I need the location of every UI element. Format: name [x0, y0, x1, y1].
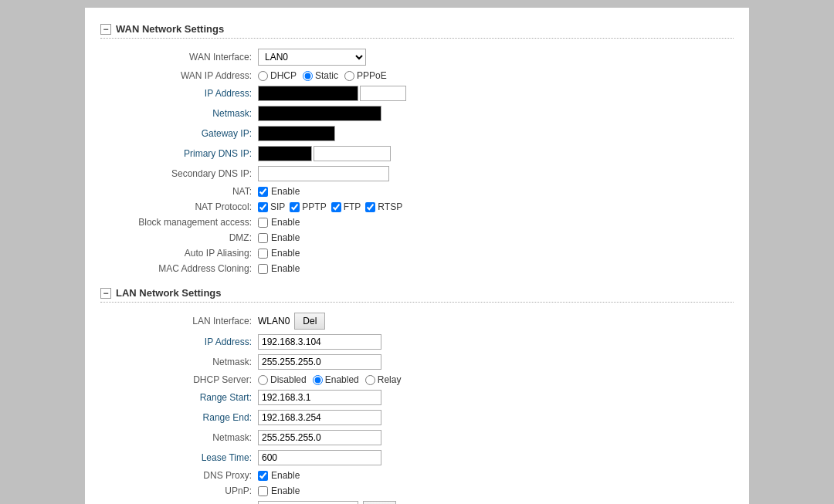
lan-add-select[interactable]: [258, 501, 358, 504]
lan-netmask-cell: [255, 352, 734, 372]
wan-interface-select[interactable]: LAN0 LAN1 WAN0: [258, 49, 366, 66]
wan-form-table: WAN Interface: LAN0 LAN1 WAN0 WAN IP Add…: [100, 46, 734, 276]
lan-add-cell: Add: [255, 499, 734, 504]
nat-rtsp-label[interactable]: RTSP: [365, 201, 402, 212]
wan-secondary-dns-field[interactable]: [258, 166, 389, 181]
lan-collapse-icon[interactable]: −: [100, 288, 111, 299]
lan-range-end-field[interactable]: [258, 410, 381, 425]
wan-section-title: WAN Network Settings: [116, 23, 224, 35]
wan-dhcp-radio[interactable]: [258, 71, 268, 81]
wan-pppoe-radio[interactable]: [344, 71, 354, 81]
wan-auto-ip-row: Auto IP Aliasing: Enable: [100, 245, 734, 261]
wan-dhcp-label[interactable]: DHCP: [258, 70, 297, 81]
wan-dns-field1[interactable]: [258, 146, 312, 161]
wan-auto-ip-label: Auto IP Aliasing:: [100, 245, 255, 261]
wan-nat-protocols: SIP PPTP FTP RTSP: [258, 201, 731, 212]
lan-interface-group: WLAN0 Del: [258, 313, 731, 330]
wan-block-mgmt-label: Block management access:: [100, 215, 255, 230]
lan-section-title: LAN Network Settings: [116, 287, 222, 299]
wan-auto-ip-checkbox[interactable]: [258, 249, 268, 259]
wan-ip-type-row: WAN IP Address: DHCP Static PPPoE: [100, 68, 734, 83]
lan-netmask-row: Netmask:: [100, 352, 734, 372]
wan-secondary-dns-label: Secondary DNS IP:: [100, 164, 255, 184]
wan-mac-cloning-group: Enable: [258, 263, 731, 274]
lan-ip-row: IP Address:: [100, 332, 734, 352]
wan-block-mgmt-checkbox[interactable]: [258, 218, 268, 228]
lan-upnp-label: UPnP:: [100, 483, 255, 499]
wan-nat-cell: Enable: [255, 184, 734, 199]
nat-ftp-label[interactable]: FTP: [331, 201, 361, 212]
wan-netmask-field[interactable]: [258, 106, 381, 121]
lan-dhcp-cell: Disabled Enabled Relay: [255, 372, 734, 387]
wan-ip-field1[interactable]: [258, 86, 358, 101]
lan-dhcp-disabled-label[interactable]: Disabled: [258, 374, 307, 385]
wan-mac-cloning-row: MAC Address Cloning: Enable: [100, 261, 734, 276]
wan-addr-label: IP Address:: [100, 83, 255, 103]
lan-del-button[interactable]: Del: [294, 313, 325, 330]
lan-dhcp-relay-radio[interactable]: [365, 375, 375, 385]
lan-dns-proxy-checkbox[interactable]: [258, 471, 268, 481]
lan-ip-cell: [255, 332, 734, 352]
lan-netmask-label: Netmask:: [100, 352, 255, 372]
wan-ip-radio-group: DHCP Static PPPoE: [258, 70, 731, 81]
lan-dns-proxy-cell: Enable: [255, 468, 734, 483]
wan-addr-row: IP Address:: [100, 83, 734, 103]
wan-dmz-checkbox[interactable]: [258, 233, 268, 243]
wan-gateway-field[interactable]: [258, 126, 335, 141]
wan-ip-field2[interactable]: [360, 86, 406, 101]
lan-ip-field[interactable]: [258, 334, 381, 350]
lan-range-end-cell: [255, 408, 734, 428]
wan-nat-checkbox-group: Enable: [258, 186, 731, 197]
wan-section-header: − WAN Network Settings: [100, 23, 734, 39]
wan-dmz-row: DMZ: Enable: [100, 230, 734, 245]
lan-dns-proxy-group: Enable: [258, 470, 731, 481]
wan-block-mgmt-cell: Enable: [255, 215, 734, 230]
lan-dhcp-enabled-radio[interactable]: [313, 375, 323, 385]
lan-section-header: − LAN Network Settings: [100, 287, 734, 303]
wan-nat-row: NAT: Enable: [100, 184, 734, 199]
lan-form-table: LAN Interface: WLAN0 Del IP Address: Net…: [100, 310, 734, 504]
wan-mac-cloning-enable: Enable: [271, 263, 300, 274]
lan-dhcp-disabled-radio[interactable]: [258, 375, 268, 385]
nat-pptp-checkbox[interactable]: [290, 202, 300, 212]
lan-lease-field[interactable]: [258, 450, 381, 465]
wan-mac-cloning-checkbox[interactable]: [258, 264, 268, 274]
wan-dns-field2[interactable]: [314, 146, 391, 161]
wan-nat-checkbox[interactable]: [258, 187, 268, 197]
lan-dhcp-relay-label[interactable]: Relay: [365, 374, 402, 385]
nat-sip-label[interactable]: SIP: [258, 201, 285, 212]
lan-range-netmask-row: Netmask:: [100, 428, 734, 448]
lan-upnp-cell: Enable: [255, 483, 734, 499]
lan-dhcp-enabled-label[interactable]: Enabled: [313, 374, 359, 385]
wan-nat-protocol-label: NAT Protocol:: [100, 199, 255, 215]
lan-dhcp-radio-group: Disabled Enabled Relay: [258, 374, 731, 385]
nat-rtsp-checkbox[interactable]: [365, 202, 375, 212]
lan-interface-value: WLAN0: [258, 316, 290, 326]
wan-interface-label: WAN Interface:: [100, 46, 255, 68]
wan-netmask-row: Netmask:: [100, 103, 734, 123]
nat-sip-checkbox[interactable]: [258, 202, 268, 212]
lan-netmask-field[interactable]: [258, 354, 381, 370]
nat-pptp-label[interactable]: PPTP: [290, 201, 326, 212]
wan-static-label[interactable]: Static: [303, 70, 338, 81]
lan-add-row: Add LAN: Add: [100, 499, 734, 504]
lan-range-start-cell: [255, 387, 734, 408]
lan-interface-row: LAN Interface: WLAN0 Del: [100, 310, 734, 332]
wan-gateway-cell: [255, 123, 734, 144]
wan-netmask-label: Netmask:: [100, 103, 255, 123]
lan-add-label: Add LAN:: [100, 499, 255, 504]
wan-auto-ip-enable: Enable: [271, 248, 300, 259]
wan-primary-dns-cell: [255, 144, 734, 164]
lan-dhcp-row: DHCP Server: Disabled Enabled Relay: [100, 372, 734, 387]
wan-pppoe-label[interactable]: PPPoE: [344, 70, 387, 81]
wan-netmask-cell: [255, 103, 734, 123]
lan-range-netmask-field[interactable]: [258, 430, 381, 445]
wan-mac-cloning-cell: Enable: [255, 261, 734, 276]
nat-ftp-checkbox[interactable]: [331, 202, 341, 212]
lan-range-start-field[interactable]: [258, 390, 381, 405]
wan-static-radio[interactable]: [303, 71, 313, 81]
lan-upnp-checkbox[interactable]: [258, 486, 268, 496]
lan-upnp-enable: Enable: [271, 485, 300, 496]
wan-collapse-icon[interactable]: −: [100, 24, 111, 35]
lan-add-button[interactable]: Add: [363, 501, 396, 504]
